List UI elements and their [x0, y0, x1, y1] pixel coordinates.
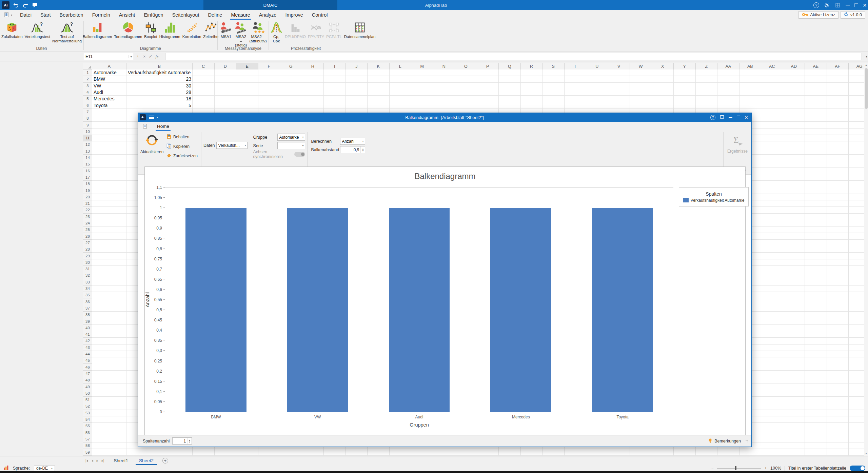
row-header-32[interactable]: 32 — [83, 272, 92, 279]
daten-dropdown[interactable]: Verkaufsh... ▾ — [216, 142, 248, 149]
menu-tab-bearbeiten[interactable]: Bearbeiten — [55, 10, 88, 20]
ribbon-button-cp-cpk[interactable]: Cp, Cpk — [269, 21, 284, 43]
scroll-up-icon[interactable]: ▴ — [864, 63, 868, 67]
zoom-in-icon[interactable]: + — [765, 466, 767, 471]
cell-A5[interactable]: Mercedes — [92, 96, 126, 102]
row-header-3[interactable]: 3 — [83, 83, 92, 89]
scrollbar-thumb[interactable] — [865, 68, 868, 109]
row-header-22[interactable]: 22 — [83, 207, 92, 213]
row-header-58[interactable]: 58 — [83, 442, 92, 449]
row-header-47[interactable]: 47 — [83, 371, 92, 377]
ergebnisse-button[interactable]: Σ Ergebnisse — [726, 132, 749, 154]
chevron-down-icon[interactable]: ▾ — [128, 55, 134, 58]
undo-icon[interactable] — [13, 2, 19, 8]
row-header-29[interactable]: 29 — [83, 253, 92, 259]
zoom-out-icon[interactable]: − — [711, 466, 713, 471]
row-header-48[interactable]: 48 — [83, 377, 92, 383]
row-header-16[interactable]: 16 — [83, 168, 92, 174]
row-header-54[interactable]: 54 — [83, 416, 92, 423]
file-launcher-icon[interactable]: ▾ — [0, 10, 16, 20]
balkenabstand-stepper[interactable]: 0,9 ▲▼ — [340, 146, 365, 153]
ribbon-button-korrelation[interactable]: Korrelation — [181, 21, 202, 39]
cell-B5[interactable]: 18 — [126, 96, 193, 102]
maximize-button[interactable] — [854, 3, 858, 7]
menu-tab-seitenlayout[interactable]: Seitenlayout — [168, 10, 204, 20]
menu-tab-start[interactable]: Start — [36, 10, 55, 20]
row-header-5[interactable]: 5 — [83, 96, 92, 102]
row-header-34[interactable]: 34 — [83, 285, 92, 292]
cell-A6[interactable]: Toyota — [92, 102, 126, 109]
zuruecksetzen-button[interactable]: Zurücksetzen — [165, 152, 199, 160]
gruppe-dropdown[interactable]: Automarke ▾ — [277, 134, 305, 141]
row-header-25[interactable]: 25 — [83, 226, 92, 233]
row-header-30[interactable]: 30 — [83, 259, 92, 266]
zoom-slider[interactable] — [717, 468, 761, 469]
cell-B6[interactable]: 5 — [126, 102, 193, 109]
formula-bar-expand-icon[interactable]: ▾ — [866, 55, 867, 58]
row-header-26[interactable]: 26 — [83, 233, 92, 240]
language-dropdown[interactable]: de-DE ▾ — [34, 466, 55, 471]
row-header-11[interactable]: 11 — [83, 135, 92, 141]
nav-first-icon[interactable]: |◂ — [85, 459, 88, 462]
row-header-19[interactable]: 19 — [83, 187, 92, 194]
row-header-38[interactable]: 38 — [83, 312, 92, 318]
column-header-H[interactable]: H — [302, 63, 324, 70]
chevron-down-icon[interactable]: ▾ — [157, 116, 158, 119]
row-header-50[interactable]: 50 — [83, 390, 92, 397]
row-header-41[interactable]: 41 — [83, 331, 92, 338]
ribbon-button-tortendiagramm[interactable]: Tortendiagramm — [113, 21, 143, 39]
row-header-36[interactable]: 36 — [83, 299, 92, 305]
menu-tab-formeln[interactable]: Formeln — [88, 10, 115, 20]
cell-A3[interactable]: VW — [92, 83, 126, 89]
row-header-37[interactable]: 37 — [83, 305, 92, 312]
cell-A2[interactable]: BMW — [92, 76, 126, 82]
menu-tab-ansicht[interactable]: Ansicht — [115, 10, 140, 20]
insert-function-icon[interactable]: fx — [156, 54, 159, 59]
row-header-2[interactable]: 2 — [83, 76, 92, 82]
row-header-23[interactable]: 23 — [83, 214, 92, 220]
column-header-Z[interactable]: Z — [696, 63, 718, 70]
bemerkungen-button[interactable]: Bemerkungen — [714, 439, 741, 444]
name-box[interactable]: E11 ▾ — [83, 53, 134, 60]
grid-view-icon[interactable] — [835, 2, 841, 8]
column-header-Q[interactable]: Q — [499, 63, 521, 70]
row-header-55[interactable]: 55 — [83, 423, 92, 429]
berechnen-dropdown[interactable]: Anzahl ▾ — [340, 138, 365, 145]
row-header-17[interactable]: 17 — [83, 174, 92, 181]
cell-B2[interactable]: 23 — [126, 76, 193, 82]
column-header-X[interactable]: X — [652, 63, 674, 70]
column-header-R[interactable]: R — [521, 63, 543, 70]
dialog-window-icon[interactable] — [720, 114, 724, 120]
license-button[interactable]: Aktive Lizenz — [798, 11, 839, 19]
row-header-21[interactable]: 21 — [83, 200, 92, 207]
column-header-E[interactable]: E — [236, 63, 258, 70]
dialog-tab-home[interactable]: Home — [156, 122, 171, 131]
row-header-59[interactable]: 59 — [83, 449, 92, 455]
menu-tab-datei[interactable]: Datei — [16, 10, 36, 20]
row-header-27[interactable]: 27 — [83, 240, 92, 246]
cell-A1[interactable]: Automarke — [92, 70, 126, 76]
row-header-51[interactable]: 51 — [83, 397, 92, 403]
row-header-35[interactable]: 35 — [83, 292, 92, 298]
column-header-F[interactable]: F — [258, 63, 280, 70]
vertical-scrollbar[interactable]: ▴ ▾ — [864, 63, 868, 456]
column-header-V[interactable]: V — [608, 63, 630, 70]
spaltenanzahl-stepper[interactable]: 1 ▲▼ — [172, 437, 192, 445]
column-header-G[interactable]: G — [280, 63, 302, 70]
column-header-D[interactable]: D — [215, 63, 237, 70]
column-header-L[interactable]: L — [390, 63, 412, 70]
row-header-6[interactable]: 6 — [83, 102, 92, 109]
ribbon-button-zufallsdaten[interactable]: Zufallsdaten — [0, 21, 24, 39]
ribbon-button-msa2-attributiv[interactable]: ★★★MSA2 – (attributiv) — [248, 21, 268, 43]
ribbon-button-msa1[interactable]: MSA1 — [218, 21, 233, 39]
row-header-7[interactable]: 7 — [83, 109, 92, 115]
row-header-46[interactable]: 46 — [83, 364, 92, 371]
minimize-button[interactable] — [846, 5, 850, 5]
resize-grip-icon[interactable] — [745, 439, 749, 443]
dialog-maximize-button[interactable] — [737, 116, 740, 119]
aktualisieren-button[interactable]: Aktualisieren — [140, 132, 164, 154]
menu-tab-einf-gen[interactable]: Einfügen — [139, 10, 167, 20]
dialog-close-button[interactable]: × — [745, 115, 748, 120]
ribbon-button-balkendiagramm[interactable]: Balkendiagramm — [82, 21, 113, 39]
row-header-45[interactable]: 45 — [83, 357, 92, 364]
